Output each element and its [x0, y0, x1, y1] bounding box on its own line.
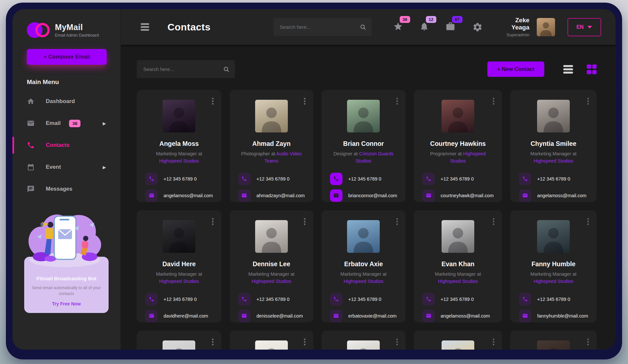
chevron-right-icon: ▶	[103, 165, 106, 170]
contact-email-row[interactable]: ahmadzayn@mail.com	[238, 189, 305, 202]
sidebar-item-contacts[interactable]: Contacts	[12, 137, 120, 153]
kebab-menu-icon[interactable]	[492, 337, 496, 347]
contact-name: Brian Connor	[322, 140, 406, 147]
settings-gear-icon[interactable]	[472, 22, 483, 32]
contact-company-link[interactable]: Highspeed Studios	[252, 279, 291, 284]
star-icon	[393, 22, 403, 31]
topbar-search	[273, 18, 372, 36]
kebab-menu-icon[interactable]	[395, 217, 399, 226]
contact-phone-row[interactable]: +12 345 6789 0	[519, 293, 588, 305]
sidebar-item-event[interactable]: Event ▶	[12, 159, 120, 175]
new-contact-button[interactable]: + New Contact	[487, 61, 544, 77]
kebab-menu-icon[interactable]	[492, 96, 496, 106]
sidebar-menu: Dashboard Email 38 ▶ Contacts Event ▶	[12, 94, 120, 203]
sidebar-item-dashboard[interactable]: Dashboard	[12, 94, 120, 109]
favorites-button[interactable]: 38	[393, 22, 403, 33]
contact-phone-row[interactable]: +12 345 6789 0	[145, 173, 213, 185]
contact-company-link[interactable]: Highspeed Studios	[159, 158, 199, 164]
contact-name: Courtney Hawkins	[414, 140, 502, 147]
tasks-button[interactable]: 67	[445, 22, 455, 33]
kebab-menu-icon[interactable]	[211, 337, 215, 347]
contact-name: David Here	[137, 260, 221, 268]
phone-icon	[145, 293, 158, 305]
phone-icon	[145, 173, 158, 185]
contact-role: Marketing Manager at	[531, 151, 577, 156]
contact-phone: +12 345 6789 0	[348, 297, 381, 302]
contact-phone-row[interactable]: +12 345 6789 0	[145, 293, 213, 305]
contact-company-link[interactable]: Crimzon Guards Studios	[356, 151, 393, 164]
contact-email-row[interactable]: davidhere@mail.com	[145, 310, 213, 322]
try-free-now-link[interactable]: Try Free Now	[30, 301, 103, 306]
language-selector[interactable]: EN	[567, 18, 601, 36]
contact-email-row[interactable]: angelamoss@mail.com	[519, 189, 588, 202]
search-icon[interactable]	[360, 24, 366, 30]
contact-role: Marketing Manager at	[156, 271, 202, 277]
contact-phone-row[interactable]: +12 345 6789 0	[330, 173, 397, 185]
kebab-menu-icon[interactable]	[586, 337, 590, 347]
chevron-right-icon: ▶	[103, 121, 106, 126]
contact-company-link[interactable]: Highspeed Studios	[438, 279, 478, 284]
contact-phone-row[interactable]: +12 345 6789 0	[422, 173, 494, 185]
kebab-menu-icon[interactable]	[303, 337, 307, 347]
envelope-icon	[238, 310, 251, 322]
contact-role: Marketing Manager at	[248, 271, 294, 277]
kebab-menu-icon[interactable]	[211, 217, 215, 226]
contacts-grid: Angela Moss Marketing Manager at Highspe…	[137, 90, 597, 350]
kebab-menu-icon[interactable]	[211, 96, 215, 106]
contact-phone: +12 345 6789 0	[537, 297, 570, 302]
topbar-search-input[interactable]	[273, 18, 372, 36]
contact-email-row[interactable]: erbatovaxie@mail.com	[330, 310, 397, 322]
contact-email-row[interactable]: fannyhumble@mail.com	[519, 310, 588, 322]
kebab-menu-icon[interactable]	[303, 96, 307, 106]
sidebar-item-messages[interactable]: Messages	[12, 181, 120, 197]
sidebar-item-email[interactable]: Email 38 ▶	[12, 115, 120, 131]
kebab-menu-icon[interactable]	[586, 96, 590, 106]
contact-card: Fanny Humble Marketing Manager at Highsp…	[510, 210, 597, 322]
kebab-menu-icon[interactable]	[303, 217, 307, 226]
contact-company-link[interactable]: Highspeed Studios	[159, 279, 199, 284]
contact-phone: +12 345 6789 0	[164, 176, 197, 182]
contact-phone-row[interactable]: +12 345 6789 0	[330, 293, 397, 305]
contact-email-row[interactable]: angelamoss@mail.com	[145, 189, 213, 202]
kebab-menu-icon[interactable]	[586, 217, 590, 226]
contact-phone-row[interactable]: +12 345 6789 0	[422, 293, 494, 305]
calendar-icon	[27, 163, 35, 171]
contact-photo	[347, 340, 380, 350]
contact-email-row[interactable]: denisselee@mail.com	[238, 310, 305, 322]
contact-email-row[interactable]: courtneyhawk@mail.com	[422, 189, 494, 202]
contact-email-row[interactable]: angelamoss@mail.com	[422, 310, 494, 322]
compose-email-button[interactable]: + Compose Email	[27, 49, 107, 65]
contact-phone-row[interactable]: +12 345 6789 0	[238, 173, 305, 185]
user-avatar[interactable]	[537, 18, 555, 36]
contact-card: Dennise Lee Marketing Manager at Highspe…	[230, 210, 313, 322]
broadcasting-illustration	[26, 205, 104, 269]
contact-role: Designer at	[334, 151, 359, 156]
contact-role: Programmer at	[430, 151, 463, 156]
contact-phone-row[interactable]: +12 345 6789 0	[238, 293, 305, 305]
contact-photo	[255, 100, 288, 132]
user-role: Superadmin	[496, 32, 530, 37]
contact-company-link[interactable]: Highspeed Studios	[344, 279, 384, 284]
contact-photo	[347, 220, 380, 253]
contact-role: Marketing Manager at	[340, 271, 387, 277]
list-view-toggle-icon[interactable]	[563, 65, 573, 74]
contact-phone-row[interactable]: +12 345 6789 0	[519, 173, 588, 185]
contact-name: Dennise Lee	[230, 260, 313, 268]
grid-view-toggle-icon[interactable]	[587, 64, 597, 74]
kebab-menu-icon[interactable]	[492, 217, 496, 226]
contact-email-row[interactable]: brianconnor@mail.com	[330, 189, 397, 202]
search-icon[interactable]	[223, 66, 230, 73]
envelope-icon	[330, 189, 342, 202]
kebab-menu-icon[interactable]	[395, 96, 399, 106]
phone-icon	[519, 293, 531, 305]
notifications-button[interactable]: 12	[419, 22, 429, 33]
contacts-search-input[interactable]	[137, 60, 235, 78]
kebab-menu-icon[interactable]	[395, 337, 399, 347]
envelope-icon	[422, 310, 435, 322]
contact-company-link[interactable]: Highspeed Studios	[533, 158, 573, 164]
contact-email: angelamoss@mail.com	[164, 193, 213, 198]
language-label: EN	[576, 24, 584, 30]
hamburger-menu-icon[interactable]	[141, 23, 149, 31]
contact-company-link[interactable]: Highspeed Studios	[533, 279, 573, 284]
contact-photo	[163, 340, 195, 350]
